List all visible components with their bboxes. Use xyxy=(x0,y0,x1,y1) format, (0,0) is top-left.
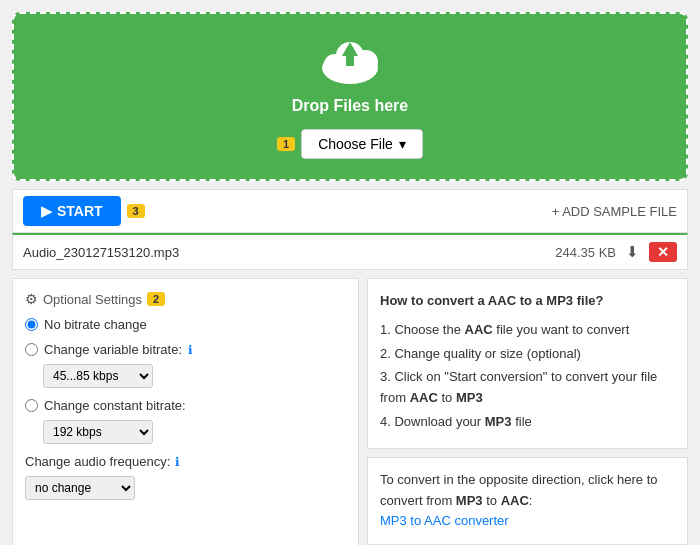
mp3-to-aac-link[interactable]: MP3 to AAC converter xyxy=(380,513,509,528)
constant-bitrate-radio[interactable] xyxy=(25,399,38,412)
constant-bitrate-text: Change constant bitrate: xyxy=(44,398,186,413)
step-1: 1. Choose the AAC file you want to conve… xyxy=(380,320,675,341)
close-icon: ✕ xyxy=(657,244,669,260)
dropzone[interactable]: Drop Files here 1 Choose File ▾ xyxy=(12,12,688,181)
freq-section: Change audio frequency: ℹ no change xyxy=(25,454,346,500)
variable-bitrate-radio[interactable] xyxy=(25,343,38,356)
step-2: 2. Change quality or size (optional) xyxy=(380,344,675,365)
start-btn-row: ▶ START 3 xyxy=(23,196,145,226)
opposite-text: To convert in the opposite direction, cl… xyxy=(380,470,675,512)
freq-text: Change audio frequency: xyxy=(25,454,170,469)
no-bitrate-radio[interactable] xyxy=(25,318,38,331)
choose-file-row: 1 Choose File ▾ xyxy=(277,129,423,159)
choose-file-button[interactable]: Choose File ▾ xyxy=(301,129,423,159)
left-panel: ⚙ Optional Settings 2 No bitrate change … xyxy=(12,278,359,545)
constant-bitrate-select[interactable]: 192 kbps xyxy=(43,420,153,444)
how-to-card: How to convert a AAC to a MP3 file? 1. C… xyxy=(367,278,688,449)
how-to-title: How to convert a AAC to a MP3 file? xyxy=(380,291,675,312)
no-bitrate-option: No bitrate change xyxy=(25,317,346,332)
toolbar: ▶ START 3 + ADD SAMPLE FILE xyxy=(12,189,688,233)
start-label: START xyxy=(57,203,103,219)
step-3: 3. Click on "Start conversion" to conver… xyxy=(380,367,675,409)
freq-select[interactable]: no change xyxy=(25,476,135,500)
right-panel: How to convert a AAC to a MP3 file? 1. C… xyxy=(367,278,688,545)
choose-file-label: Choose File xyxy=(318,136,393,152)
step-4: 4. Download your MP3 file xyxy=(380,412,675,433)
file-meta: 244.35 KB ⬇ ✕ xyxy=(555,242,677,262)
download-icon[interactable]: ⬇ xyxy=(626,243,639,261)
no-bitrate-label[interactable]: No bitrate change xyxy=(25,317,346,332)
play-icon: ▶ xyxy=(41,203,52,219)
main-content: ⚙ Optional Settings 2 No bitrate change … xyxy=(12,278,688,545)
settings-label: Optional Settings xyxy=(43,292,142,307)
badge-2: 2 xyxy=(147,292,165,306)
add-sample-button[interactable]: + ADD SAMPLE FILE xyxy=(552,204,677,219)
no-bitrate-text: No bitrate change xyxy=(44,317,147,332)
file-name: Audio_230127153120.mp3 xyxy=(23,245,555,260)
freq-info-icon[interactable]: ℹ xyxy=(175,455,180,469)
chevron-down-icon: ▾ xyxy=(399,136,406,152)
freq-label: Change audio frequency: ℹ xyxy=(25,454,346,469)
variable-info-icon[interactable]: ℹ xyxy=(188,343,193,357)
variable-bitrate-select[interactable]: 45...85 kbps xyxy=(43,364,153,388)
file-row: Audio_230127153120.mp3 244.35 KB ⬇ ✕ xyxy=(12,233,688,270)
constant-bitrate-option: Change constant bitrate: 192 kbps xyxy=(25,398,346,444)
start-button[interactable]: ▶ START xyxy=(23,196,121,226)
variable-bitrate-label[interactable]: Change variable bitrate: ℹ xyxy=(25,342,346,357)
how-to-steps: 1. Choose the AAC file you want to conve… xyxy=(380,320,675,433)
file-size: 244.35 KB xyxy=(555,245,616,260)
add-sample-label: + ADD SAMPLE FILE xyxy=(552,204,677,219)
settings-title: ⚙ Optional Settings 2 xyxy=(25,291,346,307)
file-remove-button[interactable]: ✕ xyxy=(649,242,677,262)
variable-bitrate-text: Change variable bitrate: xyxy=(44,342,182,357)
upload-cloud-icon xyxy=(318,34,382,89)
svg-rect-5 xyxy=(346,52,354,66)
badge-1: 1 xyxy=(277,137,295,151)
badge-3: 3 xyxy=(127,204,145,218)
variable-bitrate-option: Change variable bitrate: ℹ 45...85 kbps xyxy=(25,342,346,388)
drop-files-text: Drop Files here xyxy=(292,97,408,115)
opposite-card: To convert in the opposite direction, cl… xyxy=(367,457,688,545)
constant-bitrate-label[interactable]: Change constant bitrate: xyxy=(25,398,346,413)
gear-icon: ⚙ xyxy=(25,291,38,307)
